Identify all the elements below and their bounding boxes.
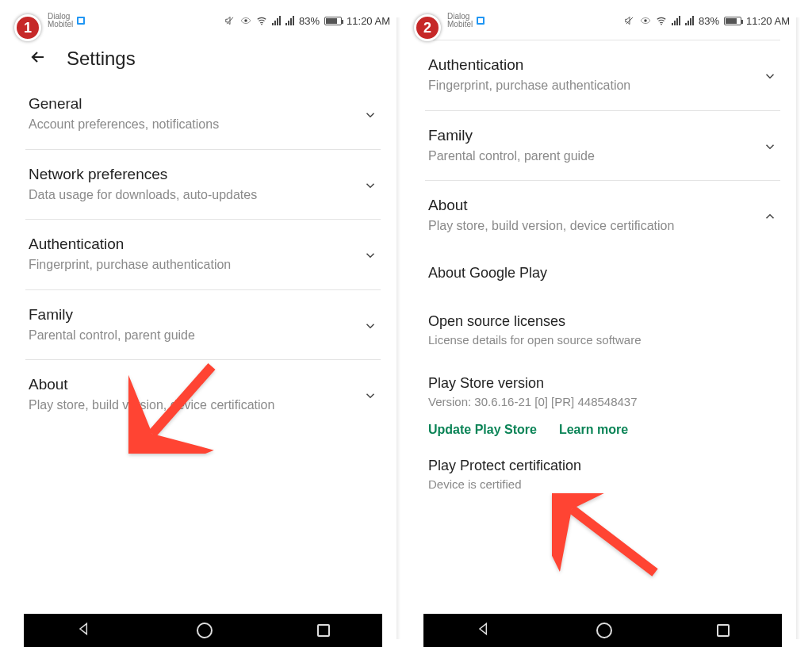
setting-family[interactable]: Family Parental control, parent guide xyxy=(425,111,780,182)
settings-list-expanded: Authentication Fingerprint, purchase aut… xyxy=(409,32,796,609)
status-bar: Dialog Mobitel 83% 11:20 AM xyxy=(409,10,796,32)
chevron-down-icon xyxy=(363,95,377,125)
about-google-play[interactable]: About Google Play xyxy=(425,251,780,299)
setting-general[interactable]: General Account preferences, notificatio… xyxy=(25,79,381,150)
setting-authentication[interactable]: Authentication Fingerprint, purchase aut… xyxy=(425,40,780,111)
svg-point-3 xyxy=(644,19,647,22)
phone-screenshot-1: 1 Dialog Mobitel 83% 11:20 AM Settings xyxy=(10,10,396,647)
chevron-down-icon xyxy=(763,127,777,157)
notification-dot-icon xyxy=(77,17,85,25)
battery-pct: 83% xyxy=(699,15,719,27)
step-badge-1: 1 xyxy=(14,14,41,41)
nav-recent-icon[interactable] xyxy=(717,624,730,637)
mute-icon xyxy=(624,15,635,26)
protect-title: Play Protect certification xyxy=(428,458,777,474)
eye-icon xyxy=(240,15,251,26)
mute-icon xyxy=(224,15,236,26)
wifi-icon xyxy=(656,15,667,26)
page-title: Settings xyxy=(67,48,136,70)
status-bar: Dialog Mobitel 83% 11:20 AM xyxy=(10,10,396,32)
chevron-down-icon xyxy=(363,236,377,266)
setting-title: Authentication xyxy=(428,56,750,74)
battery-icon xyxy=(324,17,342,25)
protect-sub: Device is certified xyxy=(428,477,777,491)
carrier-2: Mobitel xyxy=(48,21,73,29)
setting-title: General xyxy=(29,95,350,113)
setting-title: Family xyxy=(29,306,350,324)
settings-header: Settings xyxy=(10,32,396,79)
setting-subtitle: Fingerprint, purchase authentication xyxy=(29,256,350,274)
setting-title: About xyxy=(428,197,750,214)
chevron-down-icon xyxy=(763,56,777,86)
setting-family[interactable]: Family Parental control, parent guide xyxy=(25,290,381,361)
back-arrow-icon[interactable] xyxy=(29,48,48,70)
setting-subtitle: Play store, build version, device certif… xyxy=(428,217,750,235)
eye-icon xyxy=(640,15,651,26)
signal-icon-1 xyxy=(272,16,281,25)
version-title: Play Store version xyxy=(428,375,777,392)
battery-icon xyxy=(724,17,741,25)
phone-screenshot-2: 2 Dialog Mobitel 83% 11:20 AM Authentica… xyxy=(409,10,796,647)
signal-icon-1 xyxy=(672,16,680,25)
chevron-down-icon xyxy=(363,306,377,336)
android-nav-bar xyxy=(24,614,382,647)
chevron-down-icon xyxy=(363,376,377,406)
nav-home-icon[interactable] xyxy=(596,623,612,638)
setting-subtitle: Play store, build version, device certif… xyxy=(29,397,350,414)
nav-back-icon[interactable] xyxy=(476,621,492,640)
setting-subtitle: Account preferences, notifications xyxy=(29,116,350,133)
setting-subtitle: Data usage for downloads, auto-updates xyxy=(29,186,350,204)
signal-icon-2 xyxy=(685,16,694,25)
battery-pct: 83% xyxy=(299,15,320,27)
setting-title: About xyxy=(29,376,350,393)
settings-list: General Account preferences, notificatio… xyxy=(10,79,396,609)
svg-point-4 xyxy=(661,24,662,25)
status-time: 11:20 AM xyxy=(347,15,390,27)
licenses-sub: License details for open source software xyxy=(428,333,777,347)
setting-subtitle: Parental control, parent guide xyxy=(428,148,750,165)
version-sub: Version: 30.6.16-21 [0] [PR] 448548437 xyxy=(428,395,777,408)
status-time: 11:20 AM xyxy=(746,15,790,27)
play-store-version: Play Store version Version: 30.6.16-21 [… xyxy=(425,361,780,413)
update-play-store-button[interactable]: Update Play Store xyxy=(428,423,537,437)
setting-subtitle: Fingerprint, purchase authentication xyxy=(428,77,750,94)
nav-recent-icon[interactable] xyxy=(317,624,330,637)
android-nav-bar xyxy=(423,614,782,647)
setting-network[interactable]: Network preferences Data usage for downl… xyxy=(25,150,381,220)
step-badge-2: 2 xyxy=(414,14,441,41)
nav-home-icon[interactable] xyxy=(197,623,213,638)
about-heading: About Google Play xyxy=(428,265,777,282)
signal-icon-2 xyxy=(285,16,294,25)
setting-authentication[interactable]: Authentication Fingerprint, purchase aut… xyxy=(25,220,381,290)
svg-point-0 xyxy=(244,19,247,22)
wifi-icon xyxy=(256,15,267,26)
carrier-2: Mobitel xyxy=(447,21,473,29)
nav-back-icon[interactable] xyxy=(76,621,92,640)
setting-title: Network preferences xyxy=(29,166,350,183)
learn-more-button[interactable]: Learn more xyxy=(559,423,628,437)
setting-about[interactable]: About Play store, build version, device … xyxy=(25,360,381,430)
licenses-title: Open source licenses xyxy=(428,313,777,330)
setting-title: Family xyxy=(428,127,750,144)
setting-about[interactable]: About Play store, build version, device … xyxy=(425,181,780,251)
setting-subtitle: Parental control, parent guide xyxy=(29,327,350,344)
chevron-down-icon xyxy=(363,166,377,196)
notification-dot-icon xyxy=(477,17,485,25)
chevron-up-icon xyxy=(763,197,777,227)
svg-point-1 xyxy=(261,24,262,25)
open-source-licenses[interactable]: Open source licenses License details for… xyxy=(425,299,780,361)
play-protect-certification[interactable]: Play Protect certification Device is cer… xyxy=(425,437,780,505)
setting-title: Authentication xyxy=(29,236,350,253)
